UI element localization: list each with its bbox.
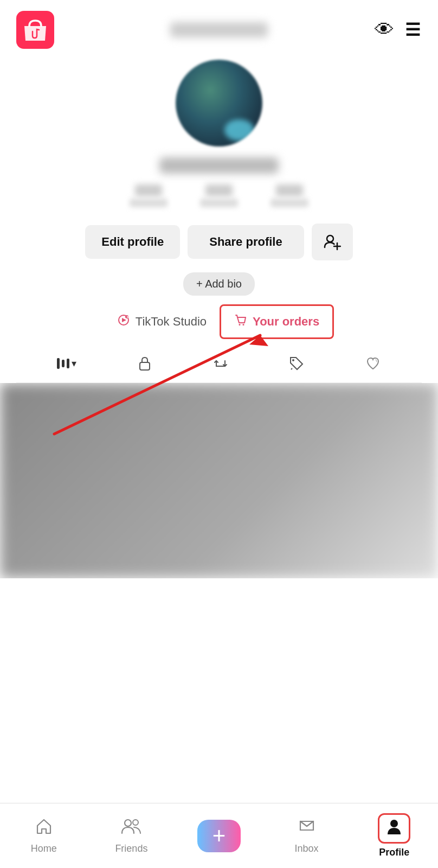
edit-profile-button[interactable]: Edit profile <box>85 225 180 259</box>
add-friend-button[interactable] <box>312 224 353 260</box>
filter-row: ▾ <box>16 350 422 383</box>
stat-followers[interactable] <box>200 184 238 207</box>
nav-item-profile[interactable]: Profile <box>362 813 427 858</box>
svg-text:★: ★ <box>126 315 129 318</box>
stat-following[interactable] <box>130 184 168 207</box>
svg-rect-9 <box>140 362 150 370</box>
svg-point-15 <box>133 820 138 825</box>
friends-icon <box>121 817 141 840</box>
liked-icon[interactable] <box>365 355 381 372</box>
menu-icon[interactable]: ☰ <box>405 20 422 40</box>
header-username <box>170 22 268 37</box>
header-right-icons: 👁 ☰ <box>375 18 422 41</box>
tag-icon[interactable] <box>288 355 305 372</box>
profile-nav-border <box>378 813 410 844</box>
stat-likes[interactable] <box>270 184 308 207</box>
svg-point-1 <box>327 235 333 242</box>
profile-label: Profile <box>379 847 409 858</box>
studio-icon: ★ <box>117 314 130 330</box>
profile-actions: Edit profile Share profile <box>85 224 352 260</box>
inbox-label: Inbox <box>295 843 319 854</box>
lock-icon[interactable] <box>137 355 153 372</box>
orders-label: Your orders <box>253 315 319 329</box>
svg-line-11 <box>291 368 292 369</box>
profile-icon <box>385 817 403 840</box>
home-icon <box>35 817 53 840</box>
tab-tiktok-studio[interactable]: ★ TikTok Studio <box>104 306 220 337</box>
svg-point-10 <box>292 359 294 361</box>
grid-filter-icon[interactable]: ▾ <box>57 358 76 369</box>
nav-item-home[interactable]: Home <box>11 817 76 854</box>
tiktok-logo[interactable] <box>16 11 54 49</box>
stats-row <box>130 184 308 207</box>
nav-item-add[interactable] <box>186 820 252 852</box>
svg-point-14 <box>125 820 131 826</box>
username-display <box>159 157 279 174</box>
studio-label: TikTok Studio <box>136 315 207 329</box>
tab-your-orders[interactable]: Your orders <box>220 304 334 339</box>
glasses-icon[interactable]: 👁 <box>375 18 394 41</box>
svg-point-8 <box>243 324 244 326</box>
home-label: Home <box>31 843 57 854</box>
friends-label: Friends <box>115 843 147 854</box>
avatar <box>176 60 262 146</box>
share-profile-button[interactable]: Share profile <box>188 225 304 259</box>
svg-point-7 <box>239 324 241 326</box>
inbox-icon <box>298 817 316 840</box>
svg-point-16 <box>390 820 398 827</box>
content-area <box>0 383 438 578</box>
add-bio-button[interactable]: + Add bio <box>183 272 255 296</box>
profile-tabs: ★ TikTok Studio Your orders <box>104 304 334 339</box>
nav-item-friends[interactable]: Friends <box>99 817 164 854</box>
app-header: 👁 ☰ <box>0 0 438 54</box>
nav-item-inbox[interactable]: Inbox <box>274 817 339 854</box>
repost-icon[interactable] <box>212 355 229 372</box>
add-bio-section: + Add bio <box>183 272 255 296</box>
profile-section: Edit profile Share profile + Add bio ★ <box>0 54 438 383</box>
orders-cart-icon <box>234 314 247 330</box>
bottom-navigation: Home Friends Inbox <box>0 803 438 868</box>
add-button[interactable] <box>197 820 241 852</box>
